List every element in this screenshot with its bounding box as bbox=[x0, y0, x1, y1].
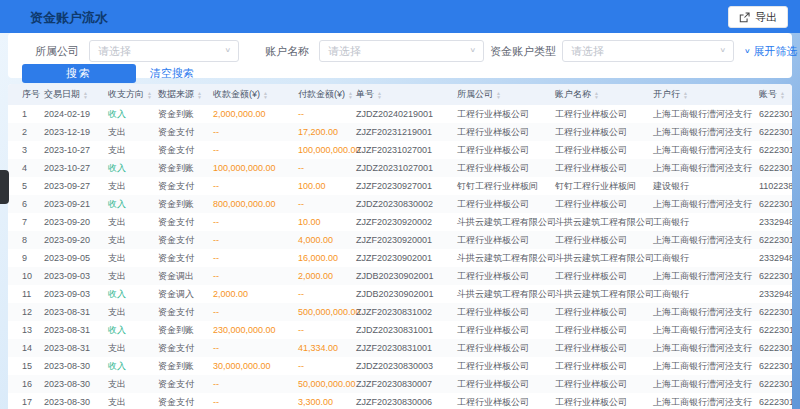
account-name-select-placeholder: 请选择 bbox=[328, 44, 361, 59]
cell-source: 资金支付 bbox=[158, 231, 213, 249]
account-name-select[interactable]: 请选择 ∨ bbox=[319, 40, 484, 62]
column-header-receive[interactable]: 收款金额(¥)▲▼ bbox=[213, 84, 298, 105]
cell-pay: 17,200.00 bbox=[298, 123, 356, 141]
cell-bank: 上海工商银行漕河泾支行 bbox=[653, 375, 759, 393]
filter-group-account-type: 资金账户类型 请选择 ∨ bbox=[490, 40, 734, 62]
sort-icon[interactable]: ▲▼ bbox=[348, 91, 353, 99]
cell-account_no: 622230111 bbox=[759, 357, 792, 375]
column-header-bank[interactable]: 开户行▲▼ bbox=[653, 84, 759, 105]
cell-account_no: 622230111 bbox=[759, 339, 792, 357]
export-button[interactable]: 导出 bbox=[728, 6, 788, 28]
column-header-company[interactable]: 所属公司▲▼ bbox=[457, 84, 555, 105]
sort-icon[interactable]: ▲▼ bbox=[780, 91, 785, 99]
column-header-account_no[interactable]: 账号▲▼ bbox=[759, 84, 792, 105]
cell-receive: 100,000,000.00 bbox=[213, 159, 298, 177]
cell-bank: 上海工商银行漕河泾支行 bbox=[653, 393, 759, 409]
cell-bank: 上海工商银行漕河泾支行 bbox=[653, 159, 759, 177]
filter-group-company: 所属公司 请选择 ∨ bbox=[35, 40, 239, 62]
cell-order_no: ZJZF20231027001 bbox=[356, 141, 457, 159]
table-row: 152023-08-30收入资金到账30,000,000.00--ZJDZ202… bbox=[8, 357, 792, 375]
cell-no: 1 bbox=[8, 105, 44, 123]
cell-direction: 支出 bbox=[108, 375, 158, 393]
cell-receive: -- bbox=[213, 339, 298, 357]
cell-bank: 工商银行 bbox=[653, 213, 759, 231]
expand-filters-link[interactable]: ∨ 展开筛选 bbox=[744, 44, 798, 59]
cell-account_no: 23329489 bbox=[759, 249, 792, 267]
sort-icon[interactable]: ▲▼ bbox=[594, 91, 599, 99]
table-row: 142023-08-31支出资金支付--41,334.00ZJZF2023083… bbox=[8, 339, 792, 357]
cell-date: 2024-02-19 bbox=[44, 105, 108, 123]
cell-direction: 收入 bbox=[108, 105, 158, 123]
table-row: 112023-09-03收入资金调入2,000.00--ZJDB20230902… bbox=[8, 285, 792, 303]
column-header-account_name[interactable]: 账户名称▲▼ bbox=[555, 84, 653, 105]
cell-date: 2023-10-27 bbox=[44, 141, 108, 159]
column-header-source[interactable]: 数据来源▲▼ bbox=[158, 84, 213, 105]
cell-pay: 100.00 bbox=[298, 177, 356, 195]
cell-account_no: 622230111 bbox=[759, 195, 792, 213]
sort-icon[interactable]: ▲▼ bbox=[683, 91, 688, 99]
cell-bank: 上海工商银行漕河泾支行 bbox=[653, 321, 759, 339]
column-header-direction[interactable]: 收支方向▲▼ bbox=[108, 84, 158, 105]
drawer-handle[interactable] bbox=[0, 170, 9, 204]
cell-receive: 800,000,000.00 bbox=[213, 195, 298, 213]
cell-date: 2023-09-03 bbox=[44, 285, 108, 303]
cell-bank: 上海工商银行漕河泾支行 bbox=[653, 339, 759, 357]
search-button[interactable]: 搜索 bbox=[22, 64, 136, 83]
cell-account_name: 工程行业样板公司 bbox=[555, 321, 653, 339]
cell-date: 2023-08-31 bbox=[44, 321, 108, 339]
sort-icon[interactable]: ▲▼ bbox=[83, 91, 88, 99]
chevron-down-icon: ∨ bbox=[744, 48, 751, 55]
cell-no: 14 bbox=[8, 339, 44, 357]
cell-date: 2023-09-27 bbox=[44, 177, 108, 195]
cell-order_no: ZJZF20231219001 bbox=[356, 123, 457, 141]
cell-account_name: 工程行业样板公司 bbox=[555, 159, 653, 177]
cell-account_name: 工程行业样板公司 bbox=[555, 105, 653, 123]
cell-direction: 支出 bbox=[108, 267, 158, 285]
cell-account_no: 622230111 bbox=[759, 303, 792, 321]
cell-order_no: ZJDB20230902001 bbox=[356, 267, 457, 285]
top-header-bar: 资金账户流水 导出 bbox=[0, 0, 800, 33]
cell-receive: -- bbox=[213, 123, 298, 141]
cell-direction: 收入 bbox=[108, 321, 158, 339]
clear-search-link[interactable]: 清空搜索 bbox=[150, 66, 194, 81]
column-header-order_no[interactable]: 单号▲▼ bbox=[356, 84, 457, 105]
cell-date: 2023-08-31 bbox=[44, 303, 108, 321]
filter-actions: 搜索 清空搜索 bbox=[22, 64, 194, 83]
cell-source: 资金到账 bbox=[158, 321, 213, 339]
cell-source: 资金调入 bbox=[158, 285, 213, 303]
cell-no: 11 bbox=[8, 285, 44, 303]
cell-account_name: 工程行业样板公司 bbox=[555, 195, 653, 213]
cell-direction: 收入 bbox=[108, 195, 158, 213]
column-header-pay[interactable]: 付款金额(¥)▲▼ bbox=[298, 84, 356, 105]
column-header-date[interactable]: 交易日期▲▼ bbox=[44, 84, 108, 105]
sort-icon[interactable]: ▲▼ bbox=[147, 91, 152, 99]
table-row: 82023-09-20支出资金支付--4,000.00ZJZF202309200… bbox=[8, 231, 792, 249]
cell-no: 3 bbox=[8, 141, 44, 159]
table-row: 52023-09-27支出资金支付--100.00ZJZF20230927001… bbox=[8, 177, 792, 195]
cell-receive: -- bbox=[213, 177, 298, 195]
cell-account_no: 622230111 bbox=[759, 141, 792, 159]
cell-direction: 支出 bbox=[108, 177, 158, 195]
company-select[interactable]: 请选择 ∨ bbox=[89, 40, 239, 62]
cell-source: 资金支付 bbox=[158, 393, 213, 409]
cell-order_no: ZJDZ20230831001 bbox=[356, 321, 457, 339]
account-type-select[interactable]: 请选择 ∨ bbox=[562, 40, 734, 62]
cell-pay: 4,000.00 bbox=[298, 231, 356, 249]
cell-order_no: ZJZF20230902001 bbox=[356, 249, 457, 267]
sort-icon[interactable]: ▲▼ bbox=[496, 91, 501, 99]
sort-icon[interactable]: ▲▼ bbox=[197, 91, 202, 99]
cell-bank: 上海工商银行漕河泾支行 bbox=[653, 105, 759, 123]
cell-no: 16 bbox=[8, 375, 44, 393]
sort-icon[interactable]: ▲▼ bbox=[263, 91, 268, 99]
cell-date: 2023-08-30 bbox=[44, 375, 108, 393]
cell-direction: 收入 bbox=[108, 159, 158, 177]
cell-source: 资金到账 bbox=[158, 159, 213, 177]
cell-company: 工程行业样板公司 bbox=[457, 393, 555, 409]
cell-receive: -- bbox=[213, 141, 298, 159]
sort-icon[interactable]: ▲▼ bbox=[377, 91, 382, 99]
cell-account_name: 斗拱云建筑工程有限公司 bbox=[555, 285, 653, 303]
cell-date: 2023-08-31 bbox=[44, 339, 108, 357]
cell-company: 工程行业样板公司 bbox=[457, 267, 555, 285]
cell-account_name: 工程行业样板公司 bbox=[555, 141, 653, 159]
table-body: 12024-02-19收入资金到账2,000,000.00--ZJDZ20240… bbox=[8, 105, 792, 409]
